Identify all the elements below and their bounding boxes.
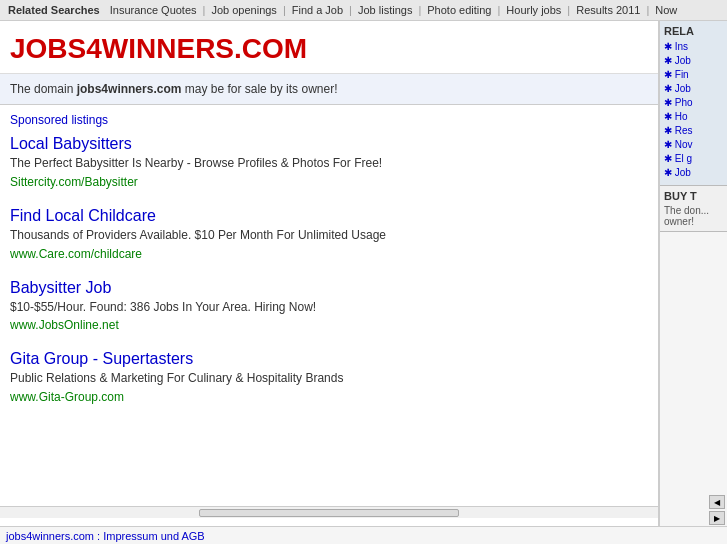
- ad-item-3: Babysitter Job $10-$55/Hour. Found: 386 …: [10, 279, 648, 333]
- related-link-results[interactable]: Results 2011: [576, 4, 640, 16]
- sponsored-label: Sponsored listings: [0, 105, 658, 131]
- site-title-section: JOBS4WINNERS.COM: [0, 21, 658, 74]
- ad-url-3[interactable]: www.JobsOnline.net: [10, 318, 119, 332]
- sidebar-buy-title: BUY T: [664, 190, 723, 202]
- sidebar-link-9[interactable]: ✱ El g: [664, 153, 723, 164]
- top-related-bar: Related Searches Insurance Quotes | Job …: [0, 0, 727, 21]
- scroll-track: [199, 509, 459, 517]
- footer: jobs4winners.com : Impressum und AGB: [0, 526, 727, 544]
- ad-url-1[interactable]: Sittercity.com/Babysitter: [10, 175, 138, 189]
- ad-title-3[interactable]: Babysitter Job: [10, 279, 111, 296]
- center-content: JOBS4WINNERS.COM The domain jobs4winners…: [0, 21, 659, 526]
- ad-desc-2: Thousands of Providers Available. $10 Pe…: [10, 227, 648, 244]
- related-link-insurance[interactable]: Insurance Quotes: [110, 4, 197, 16]
- ad-desc-3: $10-$55/Hour. Found: 386 Jobs In Your Ar…: [10, 299, 648, 316]
- domain-name: jobs4winners.com: [77, 82, 182, 96]
- related-link-hourly-jobs[interactable]: Hourly jobs: [506, 4, 561, 16]
- sidebar-scroll-up[interactable]: ◀: [709, 495, 725, 509]
- ad-listings: Local Babysitters The Perfect Babysitter…: [0, 131, 658, 506]
- sidebar-link-10[interactable]: ✱ Job: [664, 167, 723, 178]
- sidebar-link-6[interactable]: ✱ Ho: [664, 111, 723, 122]
- sidebar-link-1[interactable]: ✱ Ins: [664, 41, 723, 52]
- sidebar-link-2[interactable]: ✱ Job: [664, 55, 723, 66]
- ad-url-4[interactable]: www.Gita-Group.com: [10, 390, 124, 404]
- sidebar-related-title: RELA: [664, 25, 723, 37]
- related-link-job-listings[interactable]: Job listings: [358, 4, 412, 16]
- bottom-scrollbar[interactable]: [0, 506, 658, 518]
- sidebar-link-3[interactable]: ✱ Fin: [664, 69, 723, 80]
- sidebar-related-section: RELA ✱ Ins ✱ Job ✱ Fin ✱ Job ✱ Pho ✱ Ho …: [660, 21, 727, 186]
- sidebar-link-8[interactable]: ✱ Nov: [664, 139, 723, 150]
- sidebar-link-7[interactable]: ✱ Res: [664, 125, 723, 136]
- ad-title-2[interactable]: Find Local Childcare: [10, 207, 156, 224]
- ad-desc-4: Public Relations & Marketing For Culinar…: [10, 370, 648, 387]
- related-link-find-job[interactable]: Find a Job: [292, 4, 343, 16]
- ad-desc-1: The Perfect Babysitter Is Nearby - Brows…: [10, 155, 648, 172]
- ad-item-4: Gita Group - Supertasters Public Relatio…: [10, 350, 648, 404]
- ad-title-4[interactable]: Gita Group - Supertasters: [10, 350, 193, 367]
- related-link-job-openings[interactable]: Job openings: [211, 4, 276, 16]
- sidebar-link-4[interactable]: ✱ Job: [664, 83, 723, 94]
- sidebar-buy-text: The don... owner!: [664, 205, 723, 227]
- site-title: JOBS4WINNERS.COM: [10, 33, 648, 65]
- ad-item-1: Local Babysitters The Perfect Babysitter…: [10, 135, 648, 189]
- right-sidebar: RELA ✱ Ins ✱ Job ✱ Fin ✱ Job ✱ Pho ✱ Ho …: [659, 21, 727, 526]
- domain-notice: The domain jobs4winners.com may be for s…: [0, 74, 658, 105]
- sidebar-scroll-controls: ◀ ▶: [707, 493, 727, 526]
- related-link-now[interactable]: Now: [655, 4, 677, 16]
- ad-url-2[interactable]: www.Care.com/childcare: [10, 247, 142, 261]
- domain-notice-prefix: The domain: [10, 82, 77, 96]
- sidebar-link-5[interactable]: ✱ Pho: [664, 97, 723, 108]
- ad-title-1[interactable]: Local Babysitters: [10, 135, 132, 152]
- footer-link[interactable]: jobs4winners.com : Impressum und AGB: [6, 530, 205, 542]
- ad-item-2: Find Local Childcare Thousands of Provid…: [10, 207, 648, 261]
- sidebar-scroll-down[interactable]: ▶: [709, 511, 725, 525]
- related-searches-label: Related Searches: [8, 4, 100, 16]
- main-layout: JOBS4WINNERS.COM The domain jobs4winners…: [0, 21, 727, 526]
- domain-notice-suffix: may be for sale by its owner!: [181, 82, 337, 96]
- related-link-photo-editing[interactable]: Photo editing: [427, 4, 491, 16]
- sidebar-buy-section: BUY T The don... owner!: [660, 186, 727, 232]
